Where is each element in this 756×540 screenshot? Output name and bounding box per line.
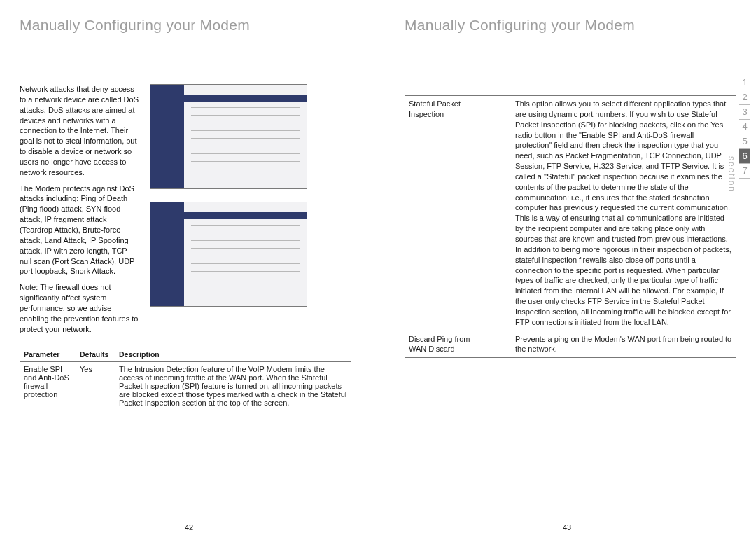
left-columns: Network attacks that deny access to a ne… <box>20 84 351 340</box>
table-row: Stateful Packet Inspection This option a… <box>405 96 736 331</box>
cell-param: Discard Ping from WAN Discard <box>405 331 482 358</box>
screenshot-sidebar <box>150 202 184 306</box>
page-title-right: Manually Configuring your Modem <box>405 17 736 34</box>
screenshot-column: BELKIN BELKIN <box>150 84 351 340</box>
paragraph-attacks-list: The Modem protects against DoS attacks i… <box>20 184 140 277</box>
page-42: Manually Configuring your Modem Network … <box>0 0 378 540</box>
cell-defaults <box>482 96 511 331</box>
col-description: Description <box>115 347 351 362</box>
cell-param: Stateful Packet Inspection <box>405 96 482 331</box>
table-row: Enable SPI and Anti-DoS firewall protect… <box>20 362 351 410</box>
modem-screenshot-1: BELKIN <box>150 84 307 189</box>
page-number-right: 43 <box>378 523 756 532</box>
nav-4[interactable]: 4 <box>739 120 750 134</box>
page-number-left: 42 <box>0 523 378 532</box>
page-43: Manually Configuring your Modem Stateful… <box>378 0 756 540</box>
parameters-table-left: Parameter Defaults Description Enable SP… <box>20 347 351 410</box>
screenshot-content-lines <box>191 107 300 169</box>
paragraph-note: Note: The firewall does not significantl… <box>20 282 140 334</box>
screenshot-topbar <box>184 212 307 219</box>
cell-desc: Prevents a ping on the Modem's WAN port … <box>511 331 736 358</box>
modem-screenshot-2: BELKIN <box>150 202 307 307</box>
nav-7[interactable]: 7 <box>739 164 750 179</box>
paragraph-dos-intro: Network attacks that deny access to a ne… <box>20 84 140 178</box>
table-header-row: Parameter Defaults Description <box>20 347 351 362</box>
cell-desc: This option allows you to select differe… <box>511 96 736 331</box>
cell-defaults: Yes <box>76 362 115 410</box>
page-title-left: Manually Configuring your Modem <box>20 17 351 34</box>
cell-param: Enable SPI and Anti-DoS firewall protect… <box>20 362 76 410</box>
section-label: section <box>727 156 736 193</box>
nav-6[interactable]: 6 <box>739 149 750 164</box>
nav-5[interactable]: 5 <box>739 134 750 149</box>
nav-3[interactable]: 3 <box>739 105 750 120</box>
cell-desc: The Intrusion Detection feature of the V… <box>115 362 351 410</box>
cell-defaults <box>482 331 511 358</box>
nav-1[interactable]: 1 <box>739 76 750 90</box>
table-row: Discard Ping from WAN Discard Prevents a… <box>405 331 736 358</box>
page-spread: Manually Configuring your Modem Network … <box>0 0 756 540</box>
parameters-table-right: Stateful Packet Inspection This option a… <box>405 95 736 358</box>
nav-2[interactable]: 2 <box>739 90 750 105</box>
screenshot-sidebar <box>150 85 184 188</box>
body-text-column: Network attacks that deny access to a ne… <box>20 84 140 340</box>
col-defaults: Defaults <box>76 347 115 362</box>
section-nav: 1 2 3 4 5 6 7 <box>739 76 750 179</box>
col-parameter: Parameter <box>20 347 76 362</box>
screenshot-topbar <box>184 95 307 102</box>
screenshot-content-lines <box>191 225 300 286</box>
